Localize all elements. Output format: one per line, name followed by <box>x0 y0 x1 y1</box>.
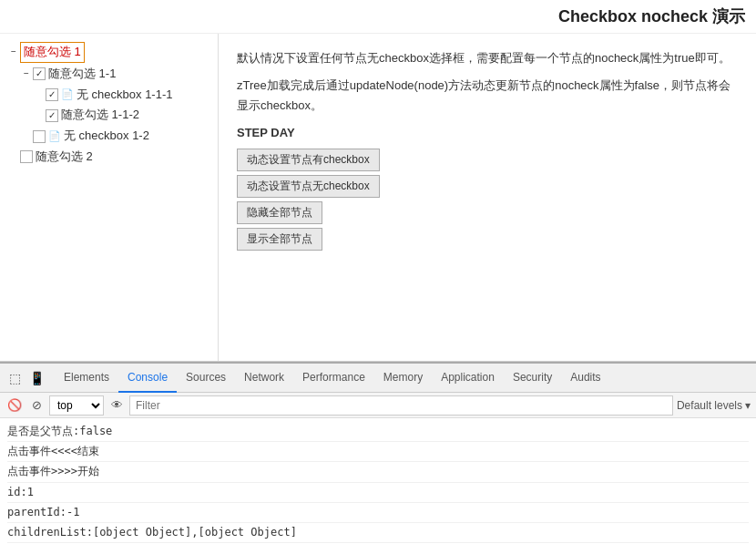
console-line: id:1 <box>7 483 749 503</box>
inspect-icon[interactable]: ⬚ <box>4 365 26 391</box>
default-levels-label: Default levels <box>677 399 742 412</box>
desc-panel: 默认情况下设置任何节点无checkbox选择框，需要配置每一个节点的nochec… <box>219 34 756 361</box>
tab-security[interactable]: Security <box>504 364 561 393</box>
devtools: ⬚ 📱 Elements Console Sources Network Per… <box>0 362 756 544</box>
tree-node[interactable]: 随意勾选 2 <box>7 147 210 168</box>
tab-sources[interactable]: Sources <box>177 364 235 393</box>
btn-set-checkbox[interactable]: 动态设置节点有checkbox <box>237 149 380 171</box>
devtools-tab-bar: ⬚ 📱 Elements Console Sources Network Per… <box>0 364 756 393</box>
console-line: 是否是父节点:false <box>7 422 749 442</box>
toggle-icon[interactable]: − <box>7 45 20 59</box>
tab-audits[interactable]: Audits <box>561 364 609 393</box>
tab-network[interactable]: Network <box>235 364 293 393</box>
console-output: 是否是父节点:false 点击事件<<<<结束 点击事件>>>>开始 id:1 … <box>0 418 756 544</box>
tree-panel: − 随意勾选 1 − 随意勾选 1-1 📄 无 checkbox 1-1-1 随… <box>0 34 219 361</box>
btn-show-all[interactable]: 显示全部节点 <box>237 228 322 251</box>
tab-memory[interactable]: Memory <box>374 364 432 393</box>
filter-input[interactable] <box>129 395 673 416</box>
btn-remove-checkbox[interactable]: 动态设置节点无checkbox <box>237 175 380 198</box>
checkbox[interactable] <box>33 130 46 143</box>
tree-node[interactable]: 📄 无 checkbox 1-1-1 <box>7 85 210 106</box>
node-label[interactable]: 随意勾选 1-1-2 <box>61 106 139 125</box>
node-label[interactable]: 无 checkbox 1-1-1 <box>77 86 173 105</box>
device-icon[interactable]: 📱 <box>26 365 47 391</box>
step-label: STEP DAY <box>237 123 738 143</box>
toggle-icon[interactable]: − <box>20 67 33 81</box>
devtools-toolbar: 🚫 ⊘ top 👁 Default levels <box>0 393 756 418</box>
desc-para2: zTree加载完成后通过updateNode(node)方法动态更新节点的noc… <box>237 76 738 116</box>
default-levels-dropdown[interactable]: Default levels <box>677 399 751 412</box>
checkbox[interactable] <box>33 67 46 80</box>
tree-node[interactable]: 随意勾选 1-1-2 <box>7 105 210 126</box>
checkbox[interactable] <box>46 109 58 122</box>
page-title: Checkbox nocheck 演示 <box>0 0 756 34</box>
eye-icon[interactable]: 👁 <box>107 396 126 415</box>
checkbox[interactable] <box>46 88 58 101</box>
block-button[interactable]: ⊘ <box>27 396 46 415</box>
tab-elements[interactable]: Elements <box>55 364 118 393</box>
desc-para1: 默认情况下设置任何节点无checkbox选择框，需要配置每一个节点的nochec… <box>237 48 738 68</box>
chevron-down-icon <box>745 399 751 412</box>
file-icon: 📄 <box>61 88 74 101</box>
context-selector[interactable]: top <box>49 395 104 416</box>
tree-node[interactable]: − 随意勾选 1 <box>7 41 210 64</box>
console-line: parentId:-1 <box>7 503 749 523</box>
console-line: childrenList:[object Object],[object Obj… <box>7 523 749 543</box>
file-icon: 📄 <box>48 130 61 143</box>
btn-hide-all[interactable]: 隐藏全部节点 <box>237 201 322 224</box>
node-label[interactable]: 随意勾选 1 <box>20 42 85 63</box>
console-line: 点击事件>>>>开始 <box>7 462 749 482</box>
tab-application[interactable]: Application <box>432 364 504 393</box>
tree-node[interactable]: 📄 无 checkbox 1-2 <box>7 126 210 147</box>
clear-console-button[interactable]: 🚫 <box>5 396 24 415</box>
devtools-icon-group: ⬚ 📱 <box>4 365 47 391</box>
checkbox[interactable] <box>20 150 33 163</box>
button-group: 动态设置节点有checkbox 动态设置节点无checkbox 隐藏全部节点 显… <box>237 149 738 251</box>
tab-performance[interactable]: Performance <box>293 364 374 393</box>
tab-console[interactable]: Console <box>118 364 177 393</box>
node-label[interactable]: 随意勾选 2 <box>36 148 93 167</box>
console-line: 点击事件<<<<结束 <box>7 442 749 462</box>
node-label[interactable]: 无 checkbox 1-2 <box>64 127 149 146</box>
node-label[interactable]: 随意勾选 1-1 <box>48 65 116 84</box>
tree-node[interactable]: − 随意勾选 1-1 <box>7 64 210 85</box>
